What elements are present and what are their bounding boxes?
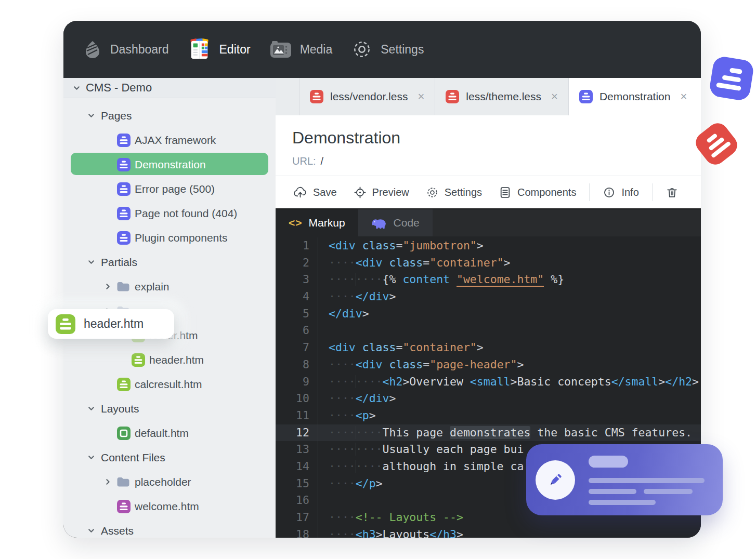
button-label: Components — [517, 187, 576, 198]
toolbar-separator — [589, 183, 590, 201]
tree-item-plugin-components[interactable]: Plugin components — [63, 225, 276, 250]
tree-item-label: header.htm — [149, 354, 204, 366]
tree-section-content-files[interactable]: Content Files — [63, 445, 276, 470]
code-line-text: </div> — [318, 305, 369, 323]
folder-icon — [116, 281, 130, 292]
tree-item-welcome-htm[interactable]: welcome.htm — [63, 494, 276, 518]
tree-item-page-not-found-404[interactable]: Page not found (404) — [63, 201, 276, 225]
preview-icon — [354, 186, 367, 199]
tree-item-placeholder[interactable]: placeholder — [63, 470, 276, 494]
preview-button[interactable]: Preview — [345, 176, 418, 208]
tree-section-partials[interactable]: Partials — [63, 250, 276, 274]
page-purple-icon — [117, 182, 131, 196]
tree-item-demonstration[interactable]: Demonstration — [63, 152, 276, 177]
tree-item-label: Page not found (404) — [135, 207, 237, 220]
line-number: 15 — [276, 475, 318, 493]
code-line-text: ········{% content "welcome.htm" %} — [318, 271, 564, 288]
tree-item-header-htm[interactable]: header.htm — [63, 348, 276, 372]
document-header: Demonstration URL:/ — [276, 115, 701, 176]
code-line-7[interactable]: 7<div class="container"> — [276, 339, 701, 356]
tree-item-label: Pages — [101, 110, 132, 122]
chevron-down-icon[interactable] — [87, 112, 95, 119]
nav-item-media[interactable]: Media — [270, 40, 333, 59]
button-label: Preview — [372, 187, 409, 198]
editor-app-icon — [188, 38, 211, 61]
line-number: 11 — [276, 407, 318, 424]
code-line-5[interactable]: 5</div> — [276, 305, 701, 323]
tree-item-default-htm[interactable]: default.htm — [63, 421, 276, 445]
nav-item-settings[interactable]: Settings — [351, 39, 424, 60]
code-line-6[interactable]: 6 — [276, 322, 701, 339]
tree-item-explain[interactable]: explain — [63, 274, 276, 299]
code-line-18[interactable]: 18····<h3>Layouts</h3> — [276, 526, 701, 538]
button-label: Save — [313, 187, 337, 198]
drag-tooltip[interactable]: header.htm — [48, 309, 174, 339]
media-icon — [270, 40, 292, 59]
tree-item-calcresult-htm[interactable]: calcresult.htm — [63, 372, 276, 396]
line-number: 18 — [276, 526, 318, 538]
tree-section-assets[interactable]: Assets — [63, 518, 276, 538]
code-line-8[interactable]: 8····<div class="page-header"> — [276, 356, 701, 374]
nav-item-editor[interactable]: Editor — [188, 38, 251, 61]
chevron-right-icon[interactable] — [104, 478, 112, 486]
tree-item-label: Content Files — [101, 451, 165, 464]
line-number: 2 — [276, 255, 318, 272]
code-line-1[interactable]: 1<div class="jumbotron"> — [276, 237, 701, 255]
close-icon[interactable]: × — [418, 90, 424, 103]
code-line-text: ····<!-- Layouts --> — [318, 509, 463, 526]
close-icon[interactable]: × — [551, 90, 558, 103]
document-tab-less-vendor-less[interactable]: less/vendor.less× — [299, 78, 435, 115]
code-line-4[interactable]: 4····</div> — [276, 288, 701, 305]
page-purple-icon — [117, 158, 131, 171]
settings-button[interactable]: Settings — [418, 176, 490, 208]
page-title: Demonstration — [292, 128, 684, 148]
chevron-down-icon[interactable] — [87, 454, 95, 461]
skeleton-line — [589, 489, 636, 494]
leaf-logo-icon — [85, 41, 100, 58]
tree-item-label: Assets — [101, 525, 134, 537]
toolbar-separator — [652, 183, 653, 201]
page-purple-icon — [117, 207, 131, 220]
tree-item-error-page-500[interactable]: Error page (500) — [63, 177, 276, 201]
delete-button[interactable] — [657, 176, 687, 208]
nav-item-label: Dashboard — [110, 43, 169, 57]
components-button[interactable]: Components — [490, 176, 584, 208]
code-line-text: ········<h2>Overview <small>Basic concep… — [318, 374, 699, 391]
code-line-text: <div class="container"> — [318, 339, 484, 356]
skeleton-line — [589, 500, 656, 505]
document-tab-less-theme-less[interactable]: less/theme.less× — [435, 78, 568, 115]
pencil-icon — [536, 460, 575, 500]
code-line-2[interactable]: 2····<div class="container"> — [276, 255, 701, 272]
code-line-text: ····</p> — [318, 475, 383, 493]
close-icon[interactable]: × — [680, 90, 687, 103]
code-line-9[interactable]: 9········<h2>Overview <small>Basic conce… — [276, 374, 701, 391]
sidebar-theme-header[interactable]: CMS - Demo — [63, 78, 276, 98]
tree-section-layouts[interactable]: Layouts — [63, 396, 276, 421]
skeleton-line — [644, 489, 693, 494]
line-number: 16 — [276, 492, 318, 509]
info-button[interactable]: Info — [594, 176, 647, 208]
code-line-11[interactable]: 11····<p> — [276, 407, 701, 424]
code-line-10[interactable]: 10····</div> — [276, 390, 701, 407]
nav-item-dashboard[interactable]: Dashboard — [110, 43, 169, 57]
chevron-down-icon[interactable] — [87, 258, 95, 266]
editor-tab-code[interactable]: Code — [358, 209, 433, 236]
chevron-right-icon[interactable] — [104, 283, 112, 290]
page-magenta-icon — [117, 500, 131, 513]
nav-item-label: Editor — [219, 43, 251, 57]
document-tab-demonstration[interactable]: Demonstration× — [568, 78, 701, 115]
chevron-down-icon[interactable] — [87, 527, 95, 535]
editor-tab-markup[interactable]: <>Markup — [276, 209, 358, 236]
save-button[interactable]: Save — [285, 176, 345, 208]
code-line-text — [318, 492, 329, 509]
code-line-3[interactable]: 3········{% content "welcome.htm" %} — [276, 271, 701, 288]
drag-tooltip-label: header.htm — [84, 317, 144, 331]
tree-section-pages[interactable]: Pages — [63, 103, 276, 128]
chevron-down-icon[interactable] — [87, 405, 95, 412]
nav-item-label: Media — [300, 43, 333, 57]
php-elephant-icon — [371, 217, 387, 230]
code-line-text: ····</div> — [318, 390, 396, 407]
url-value: / — [321, 155, 324, 167]
code-line-12[interactable]: 12········This page demonstrates the bas… — [276, 424, 701, 442]
tree-item-ajax-framework[interactable]: AJAX framework — [63, 128, 276, 152]
